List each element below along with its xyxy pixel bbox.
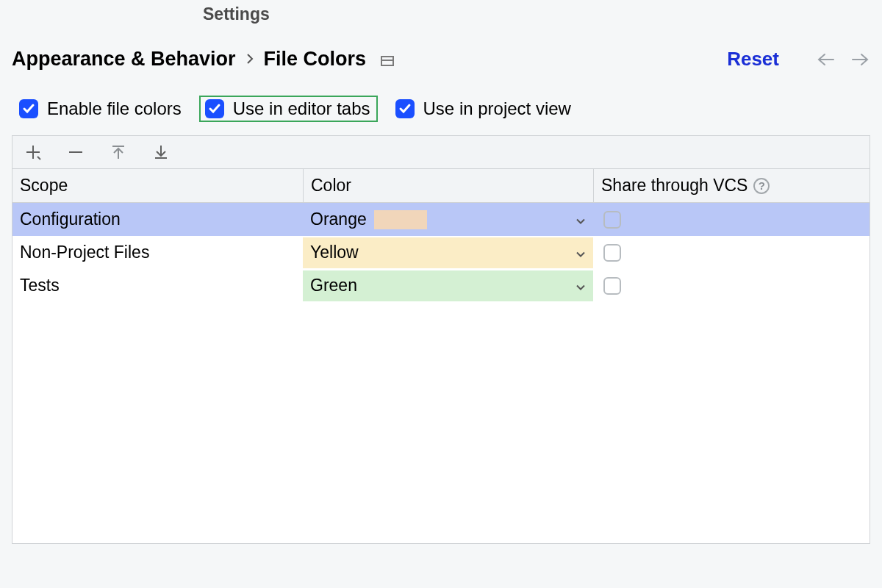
share-vcs-cell bbox=[593, 236, 870, 269]
share-vcs-cell bbox=[593, 269, 870, 302]
breadcrumb-page: File Colors bbox=[264, 48, 367, 71]
move-down-icon[interactable] bbox=[151, 142, 171, 162]
table-row[interactable]: Non-Project FilesYellow bbox=[12, 236, 870, 269]
reset-button[interactable]: Reset bbox=[727, 48, 779, 71]
scope-cell: Tests bbox=[12, 269, 303, 302]
share-vcs-checkbox[interactable] bbox=[603, 244, 621, 262]
header-color: Color bbox=[303, 169, 593, 202]
table-toolbar bbox=[12, 136, 870, 169]
use-in-editor-tabs-checkbox[interactable]: Use in editor tabs bbox=[199, 96, 378, 122]
remove-icon[interactable] bbox=[65, 142, 86, 162]
enable-file-colors-checkbox[interactable]: Enable file colors bbox=[15, 96, 186, 122]
add-icon[interactable] bbox=[23, 142, 43, 162]
table-row[interactable]: ConfigurationOrange bbox=[12, 203, 870, 236]
checkbox-checked-icon bbox=[395, 99, 415, 118]
table-body: ConfigurationOrangeNon-Project FilesYell… bbox=[12, 203, 870, 543]
header-vcs: Share through VCS ? bbox=[593, 169, 870, 202]
use-in-project-view-label: Use in project view bbox=[423, 98, 571, 119]
window-icon[interactable] bbox=[381, 56, 394, 66]
breadcrumb-row: Appearance & Behavior File Colors Reset bbox=[0, 27, 882, 84]
move-up-icon[interactable] bbox=[108, 142, 129, 162]
color-cell[interactable]: Green bbox=[303, 269, 593, 302]
checkbox-checked-icon bbox=[19, 99, 38, 118]
back-icon[interactable] bbox=[816, 51, 836, 68]
header-scope: Scope bbox=[12, 169, 303, 202]
use-in-project-view-checkbox[interactable]: Use in project view bbox=[391, 96, 576, 122]
scope-cell: Configuration bbox=[12, 203, 303, 236]
window-title: Settings bbox=[203, 4, 270, 24]
color-swatch bbox=[374, 210, 427, 229]
color-label: Green bbox=[310, 276, 357, 295]
color-cell[interactable]: Yellow bbox=[303, 236, 593, 269]
header-vcs-label: Share through VCS bbox=[601, 176, 747, 196]
chevron-down-icon[interactable] bbox=[576, 209, 586, 229]
table-header: Scope Color Share through VCS ? bbox=[12, 169, 870, 203]
file-colors-table: Scope Color Share through VCS ? Configur… bbox=[12, 135, 870, 544]
checkbox-checked-icon bbox=[205, 99, 224, 118]
color-label: Yellow bbox=[310, 243, 359, 262]
share-vcs-checkbox[interactable] bbox=[603, 211, 621, 229]
enable-file-colors-label: Enable file colors bbox=[47, 98, 182, 119]
scope-cell: Non-Project Files bbox=[12, 236, 303, 269]
chevron-right-icon bbox=[246, 51, 254, 68]
share-vcs-cell bbox=[593, 203, 870, 236]
help-icon[interactable]: ? bbox=[753, 178, 770, 194]
breadcrumb-category[interactable]: Appearance & Behavior bbox=[12, 48, 236, 71]
color-label: Orange bbox=[310, 209, 367, 229]
color-cell[interactable]: Orange bbox=[303, 203, 593, 236]
use-in-editor-tabs-label: Use in editor tabs bbox=[233, 98, 370, 119]
chevron-down-icon[interactable] bbox=[576, 276, 586, 295]
forward-icon[interactable] bbox=[850, 51, 870, 68]
share-vcs-checkbox[interactable] bbox=[603, 277, 621, 295]
table-row[interactable]: TestsGreen bbox=[12, 269, 870, 302]
chevron-down-icon[interactable] bbox=[576, 243, 586, 262]
checks-row: Enable file colors Use in editor tabs Us… bbox=[0, 84, 882, 135]
